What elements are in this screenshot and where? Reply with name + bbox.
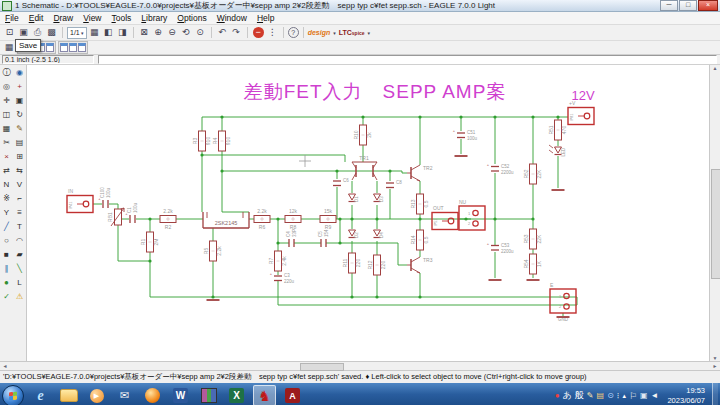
component-C3[interactable]: +C3220u [270,271,295,284]
component-R53[interactable]: R5322K [523,229,543,249]
word-icon[interactable]: W [169,385,192,405]
component-R1[interactable]: R12M [140,232,160,252]
undo-icon[interactable]: ↶ [216,26,229,39]
component-R2[interactable]: R22.2k [160,208,176,230]
zoom-redraw-icon[interactable]: ⟲ [180,26,193,39]
mirror-icon[interactable]: ◫ [0,108,13,122]
start-button[interactable] [2,385,24,405]
export-image-icon[interactable]: ▩ [45,26,58,39]
component-R4[interactable]: R4910 [212,131,232,151]
ime-caps-icon[interactable]: ⁝ [617,391,620,400]
scroll-right-icon[interactable]: ► [710,362,720,370]
circle-icon[interactable]: ○ [0,234,13,248]
close-button[interactable]: × [698,0,718,11]
component-RB1[interactable]: RB1 [107,208,124,226]
menu-draw[interactable]: Draw [48,13,78,23]
invoke-icon[interactable]: ≡ [13,206,26,220]
ime-pad-icon[interactable]: ▤ [597,391,605,400]
component-C52[interactable]: +C522200u [487,162,514,175]
value-icon[interactable]: V [13,178,26,192]
rotate-icon[interactable]: ↻ [13,108,26,122]
change-icon[interactable]: ✎ [13,122,26,136]
designlink-button[interactable]: design [308,29,331,36]
taskbar-clock[interactable]: 19:53 2023/06/07 [667,386,705,405]
component-R11[interactable]: R11220 [342,253,362,273]
component-R13[interactable]: R130.5 [410,194,430,214]
arc-icon[interactable]: ◠ [13,234,26,248]
delete-icon[interactable]: × [0,150,13,164]
menu-edit[interactable]: Edit [24,13,49,23]
component-P41[interactable]: P41IN [67,188,93,213]
ime-hiragana-indicator[interactable]: あ [563,389,572,402]
frame-thumbnail[interactable] [69,43,77,52]
menu-library[interactable]: Library [136,13,172,23]
copy-icon[interactable]: ▣ [13,94,26,108]
component-R5[interactable]: R52.2k [203,241,223,261]
frame-thumbnail[interactable] [60,43,68,52]
component-R10[interactable]: R102k [353,125,373,145]
redo-icon[interactable]: ↷ [230,26,243,39]
menu-help[interactable]: Help [252,13,279,23]
explorer-icon[interactable] [57,385,80,405]
polygon-icon[interactable]: ▰ [13,248,26,262]
wire-icon[interactable]: ╱ [0,220,13,234]
action-center-icon[interactable]: ⚐ [629,391,637,401]
media-player-icon[interactable]: ▶ [85,385,108,405]
menu-file[interactable]: File [0,13,24,23]
component-R9[interactable]: R915k [320,208,336,230]
component-TR2[interactable]: TR2 [407,165,433,181]
stop-icon[interactable]: − [253,27,264,38]
ie-icon[interactable]: e [29,385,52,405]
erc-icon[interactable]: ✓ [0,290,13,304]
horizontal-scroll-thumb[interactable] [300,363,344,371]
errors-icon[interactable]: ⚠ [13,290,26,304]
component-D2[interactable]: D2 [349,230,360,238]
component-R51[interactable]: R51470 [548,120,568,140]
open-icon[interactable]: ⊡ [3,26,16,39]
component-TR3[interactable]: TR3 [407,257,433,273]
component-P81[interactable]: P81+V [568,100,594,125]
firefox-icon[interactable] [141,385,164,405]
cut-icon[interactable]: ✂ [0,136,13,150]
paste-icon[interactable]: ▤ [13,136,26,150]
frame-thumbnail[interactable] [78,43,86,52]
schematic-wires[interactable] [93,117,577,316]
group-icon[interactable]: ▦ [0,122,13,136]
display-icon[interactable]: ◉ [13,66,26,80]
network-icon[interactable]: ▣ [640,391,648,400]
component-C100[interactable]: +C100100u [98,187,111,208]
component-D1[interactable]: D1 [349,194,360,202]
vertical-scroll-thumb[interactable] [711,169,720,279]
zoom-fit-icon[interactable]: ⊠ [138,26,151,39]
replace-icon[interactable]: ⇆ [13,164,26,178]
component-R54[interactable]: R541K [523,254,543,274]
menu-options[interactable]: Options [172,13,211,23]
component-2SK2145[interactable]: 2SK2145 [203,212,249,228]
schematic-drawing[interactable]: R3910R4910R102kR130.5R140.5R11220R12220R… [27,65,709,361]
component-R52[interactable]: R5222K [523,164,543,184]
component-R8[interactable]: R812k [285,208,301,230]
component-C51[interactable]: +C51100u [453,128,478,141]
save-icon[interactable]: ▣ [17,26,30,39]
junction-icon[interactable]: ● [0,276,13,290]
component-TR1[interactable]: TR1 [352,155,377,181]
pinswap-icon[interactable]: ⇄ [0,164,13,178]
mail-icon[interactable]: ✉ [113,385,136,405]
component-C5[interactable]: C5154 [318,229,330,247]
minimize-button[interactable]: ─ [660,0,678,11]
scroll-left-icon[interactable]: ◄ [0,362,10,370]
text-icon[interactable]: T [13,220,26,234]
scroll-up-icon[interactable]: ▲ [710,65,720,71]
sheet-combo[interactable]: 1/1 ▾ [67,27,87,39]
net-icon[interactable]: ╲ [13,262,26,276]
menu-view[interactable]: View [78,13,106,23]
component-LED1[interactable]: LED [549,145,566,156]
grid-icon[interactable]: ▦ [88,26,101,39]
eagle-icon[interactable]: ♞ [253,385,276,405]
sheet-thumbnail[interactable] [46,43,54,52]
adobe-reader-icon[interactable]: A [281,385,304,405]
component-C8[interactable]: C8 [386,180,402,188]
info-icon[interactable]: ⓘ [0,66,13,80]
rect-icon[interactable]: ■ [0,248,13,262]
label-icon[interactable]: L [13,276,26,290]
